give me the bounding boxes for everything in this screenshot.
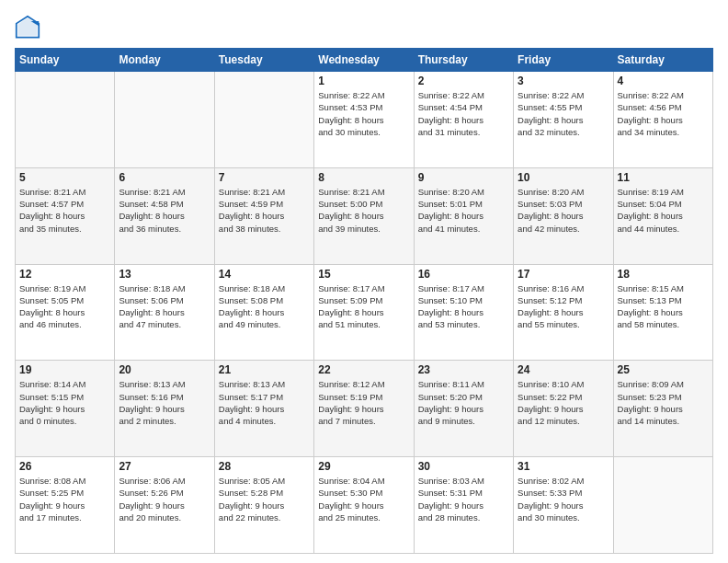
calendar-cell <box>16 72 115 168</box>
day-number: 24 <box>518 363 609 376</box>
day-info: Sunrise: 8:22 AM Sunset: 4:55 PM Dayligh… <box>518 89 609 138</box>
day-number: 21 <box>219 363 310 376</box>
day-info: Sunrise: 8:15 AM Sunset: 5:13 PM Dayligh… <box>618 282 709 331</box>
day-header-sunday: Sunday <box>16 49 115 72</box>
day-number: 22 <box>318 363 409 376</box>
day-number: 29 <box>318 460 409 473</box>
calendar-cell: 8Sunrise: 8:21 AM Sunset: 5:00 PM Daylig… <box>314 167 414 264</box>
calendar-cell: 23Sunrise: 8:11 AM Sunset: 5:20 PM Dayli… <box>414 361 513 457</box>
day-number: 26 <box>19 460 110 473</box>
day-number: 18 <box>618 268 709 281</box>
day-number: 19 <box>19 363 110 376</box>
calendar-cell <box>613 457 712 554</box>
calendar-table: SundayMondayTuesdayWednesdayThursdayFrid… <box>15 48 713 554</box>
day-header-thursday: Thursday <box>414 49 513 72</box>
day-number: 16 <box>418 268 509 281</box>
day-number: 23 <box>418 363 509 376</box>
page: SundayMondayTuesdayWednesdayThursdayFrid… <box>0 0 728 563</box>
day-number: 25 <box>618 363 709 376</box>
day-number: 4 <box>618 75 709 87</box>
calendar-cell: 16Sunrise: 8:17 AM Sunset: 5:10 PM Dayli… <box>414 264 513 361</box>
calendar-cell <box>115 72 214 168</box>
day-info: Sunrise: 8:12 AM Sunset: 5:19 PM Dayligh… <box>318 378 409 427</box>
logo-icon <box>15 15 40 40</box>
calendar-cell: 17Sunrise: 8:16 AM Sunset: 5:12 PM Dayli… <box>514 264 613 361</box>
day-header-tuesday: Tuesday <box>214 49 313 72</box>
day-info: Sunrise: 8:18 AM Sunset: 5:06 PM Dayligh… <box>119 282 210 331</box>
calendar-cell: 31Sunrise: 8:02 AM Sunset: 5:33 PM Dayli… <box>514 457 613 554</box>
day-info: Sunrise: 8:10 AM Sunset: 5:22 PM Dayligh… <box>518 378 609 427</box>
day-info: Sunrise: 8:09 AM Sunset: 5:23 PM Dayligh… <box>618 378 709 427</box>
day-number: 14 <box>219 268 310 281</box>
calendar-cell: 24Sunrise: 8:10 AM Sunset: 5:22 PM Dayli… <box>514 361 613 457</box>
day-info: Sunrise: 8:05 AM Sunset: 5:28 PM Dayligh… <box>219 475 310 523</box>
day-number: 15 <box>318 268 409 281</box>
calendar-week-row: 19Sunrise: 8:14 AM Sunset: 5:15 PM Dayli… <box>16 361 713 457</box>
day-header-wednesday: Wednesday <box>314 49 414 72</box>
calendar-cell: 19Sunrise: 8:14 AM Sunset: 5:15 PM Dayli… <box>16 361 115 457</box>
day-number: 1 <box>318 75 409 87</box>
day-info: Sunrise: 8:21 AM Sunset: 5:00 PM Dayligh… <box>318 186 409 235</box>
day-number: 6 <box>119 171 210 184</box>
calendar-cell: 2Sunrise: 8:22 AM Sunset: 4:54 PM Daylig… <box>414 72 513 168</box>
day-number: 2 <box>418 75 509 87</box>
day-info: Sunrise: 8:14 AM Sunset: 5:15 PM Dayligh… <box>19 378 110 427</box>
calendar-cell: 20Sunrise: 8:13 AM Sunset: 5:16 PM Dayli… <box>115 361 214 457</box>
day-info: Sunrise: 8:19 AM Sunset: 5:04 PM Dayligh… <box>618 186 709 235</box>
day-info: Sunrise: 8:08 AM Sunset: 5:25 PM Dayligh… <box>19 475 110 523</box>
day-info: Sunrise: 8:19 AM Sunset: 5:05 PM Dayligh… <box>19 282 110 331</box>
day-info: Sunrise: 8:06 AM Sunset: 5:26 PM Dayligh… <box>119 475 210 523</box>
day-info: Sunrise: 8:11 AM Sunset: 5:20 PM Dayligh… <box>418 378 509 427</box>
calendar-cell: 10Sunrise: 8:20 AM Sunset: 5:03 PM Dayli… <box>514 167 613 264</box>
day-info: Sunrise: 8:22 AM Sunset: 4:53 PM Dayligh… <box>318 89 409 138</box>
day-number: 17 <box>518 268 609 281</box>
calendar-cell <box>214 72 313 168</box>
header <box>15 15 713 40</box>
day-header-saturday: Saturday <box>613 49 712 72</box>
calendar-header-row: SundayMondayTuesdayWednesdayThursdayFrid… <box>16 49 713 72</box>
calendar-cell: 3Sunrise: 8:22 AM Sunset: 4:55 PM Daylig… <box>514 72 613 168</box>
day-info: Sunrise: 8:18 AM Sunset: 5:08 PM Dayligh… <box>219 282 310 331</box>
day-info: Sunrise: 8:22 AM Sunset: 4:54 PM Dayligh… <box>418 89 509 138</box>
calendar-cell: 5Sunrise: 8:21 AM Sunset: 4:57 PM Daylig… <box>16 167 115 264</box>
calendar-cell: 4Sunrise: 8:22 AM Sunset: 4:56 PM Daylig… <box>613 72 712 168</box>
day-number: 7 <box>219 171 310 184</box>
day-header-friday: Friday <box>514 49 613 72</box>
day-number: 27 <box>119 460 210 473</box>
calendar-cell: 29Sunrise: 8:04 AM Sunset: 5:30 PM Dayli… <box>314 457 414 554</box>
day-number: 10 <box>518 171 609 184</box>
day-info: Sunrise: 8:20 AM Sunset: 5:03 PM Dayligh… <box>518 186 609 235</box>
day-number: 12 <box>19 268 110 281</box>
day-info: Sunrise: 8:22 AM Sunset: 4:56 PM Dayligh… <box>618 89 709 138</box>
day-number: 3 <box>518 75 609 87</box>
day-number: 31 <box>518 460 609 473</box>
day-info: Sunrise: 8:02 AM Sunset: 5:33 PM Dayligh… <box>518 475 609 523</box>
day-info: Sunrise: 8:04 AM Sunset: 5:30 PM Dayligh… <box>318 475 409 523</box>
day-number: 8 <box>318 171 409 184</box>
calendar-cell: 9Sunrise: 8:20 AM Sunset: 5:01 PM Daylig… <box>414 167 513 264</box>
calendar-cell: 11Sunrise: 8:19 AM Sunset: 5:04 PM Dayli… <box>613 167 712 264</box>
calendar-week-row: 5Sunrise: 8:21 AM Sunset: 4:57 PM Daylig… <box>16 167 713 264</box>
calendar-week-row: 26Sunrise: 8:08 AM Sunset: 5:25 PM Dayli… <box>16 457 713 554</box>
calendar-cell: 14Sunrise: 8:18 AM Sunset: 5:08 PM Dayli… <box>214 264 313 361</box>
calendar-cell: 25Sunrise: 8:09 AM Sunset: 5:23 PM Dayli… <box>613 361 712 457</box>
day-number: 20 <box>119 363 210 376</box>
calendar-cell: 26Sunrise: 8:08 AM Sunset: 5:25 PM Dayli… <box>16 457 115 554</box>
day-info: Sunrise: 8:21 AM Sunset: 4:58 PM Dayligh… <box>119 186 210 235</box>
day-info: Sunrise: 8:03 AM Sunset: 5:31 PM Dayligh… <box>418 475 509 523</box>
calendar-cell: 28Sunrise: 8:05 AM Sunset: 5:28 PM Dayli… <box>214 457 313 554</box>
calendar-cell: 1Sunrise: 8:22 AM Sunset: 4:53 PM Daylig… <box>314 72 414 168</box>
day-number: 5 <box>19 171 110 184</box>
calendar-week-row: 1Sunrise: 8:22 AM Sunset: 4:53 PM Daylig… <box>16 72 713 168</box>
day-number: 11 <box>618 171 709 184</box>
calendar-cell: 30Sunrise: 8:03 AM Sunset: 5:31 PM Dayli… <box>414 457 513 554</box>
calendar-cell: 15Sunrise: 8:17 AM Sunset: 5:09 PM Dayli… <box>314 264 414 361</box>
day-info: Sunrise: 8:20 AM Sunset: 5:01 PM Dayligh… <box>418 186 509 235</box>
day-number: 30 <box>418 460 509 473</box>
day-info: Sunrise: 8:13 AM Sunset: 5:16 PM Dayligh… <box>119 378 210 427</box>
day-info: Sunrise: 8:17 AM Sunset: 5:10 PM Dayligh… <box>418 282 509 331</box>
day-number: 13 <box>119 268 210 281</box>
calendar-cell: 13Sunrise: 8:18 AM Sunset: 5:06 PM Dayli… <box>115 264 214 361</box>
day-number: 28 <box>219 460 310 473</box>
day-info: Sunrise: 8:13 AM Sunset: 5:17 PM Dayligh… <box>219 378 310 427</box>
